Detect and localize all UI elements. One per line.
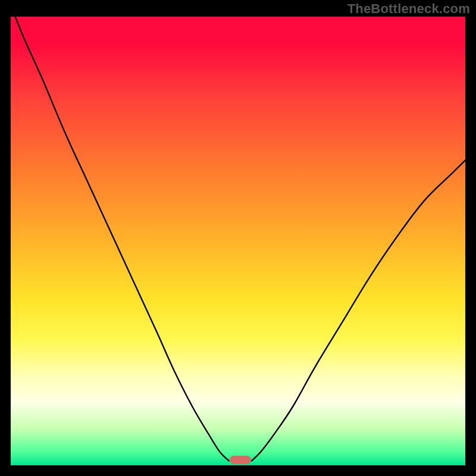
chart-stage: TheBottleneck.com <box>0 0 476 476</box>
curve-left-branch <box>15 17 229 461</box>
plot-area <box>11 17 465 465</box>
minimum-marker <box>230 456 251 464</box>
curve-right-branch <box>252 160 465 461</box>
bottleneck-curve <box>11 17 465 465</box>
watermark-text: TheBottleneck.com <box>347 1 470 17</box>
